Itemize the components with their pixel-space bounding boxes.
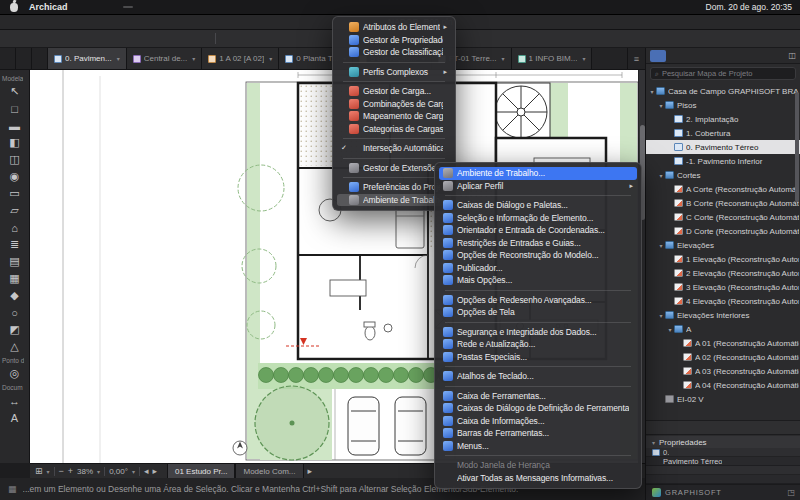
view-tab-central[interactable]: Central de... [127, 48, 203, 69]
submenu-item-opcoes-de-reconstrucao[interactable]: Opções de Reconstrução do Modelo... [439, 249, 637, 262]
submenu-item-caixa-de-ferramentas[interactable]: Caixa de Ferramentas... [439, 390, 637, 403]
panel-left-icon[interactable] [739, 32, 756, 46]
menu-item-perfis-complexos[interactable]: Perfis Complexos ▸ [337, 66, 451, 79]
submenu-item-aplicar-perfil[interactable]: Aplicar Perfil ▸ [439, 180, 637, 193]
tree-item-ei02v[interactable]: EI-02 V [646, 392, 800, 406]
home-tab-icon[interactable] [16, 48, 32, 69]
select-arrow-icon[interactable] [6, 32, 23, 46]
menubar-item-arquivo[interactable] [73, 6, 83, 8]
camera-tool[interactable]: ◎ [4, 365, 26, 382]
expander-icon[interactable]: ▾ [666, 326, 674, 333]
view-map-icon[interactable] [668, 50, 684, 62]
menubar-item-ajuda[interactable] [143, 6, 153, 8]
menubar-item-visualizacao[interactable] [93, 6, 103, 8]
tree-item-grupo-a[interactable]: ▾ A [646, 322, 800, 336]
pages-icon[interactable]: ⊞ [35, 466, 43, 476]
expander-icon[interactable]: ▾ [657, 102, 665, 109]
menu-item-gestor-de-classificacao[interactable]: Gestor de Classificação... [337, 46, 451, 59]
bottom-tab-estudo[interactable]: 01 Estudo Pr... [167, 464, 235, 479]
tree-item-elevacoes[interactable]: ▾ Elevações [646, 238, 800, 252]
properties-header[interactable]: ▾ Propriedades [646, 436, 800, 448]
submenu-item-caixas-de-dialogo-e-paletas[interactable]: Caixas de Diálogo e Paletas... [439, 199, 637, 212]
tree-item-corte-c[interactable]: C Corte (Reconstrução Automática c... [646, 210, 800, 224]
door-tool[interactable]: ◧ [4, 134, 26, 151]
submenu-item-rede-e-atualizacao[interactable]: Rede e Atualização... [439, 338, 637, 351]
tree-scrollbar[interactable] [795, 84, 800, 406]
navigator-search[interactable]: ⌕ [650, 67, 796, 80]
window-icon[interactable] [108, 32, 125, 46]
tree-item-pisos[interactable]: ▾ Pisos [646, 98, 800, 112]
panel-menu-icon[interactable] [777, 32, 794, 46]
tree-item-pavimento-terreo[interactable]: 0. Pavimento Térreo [646, 140, 800, 154]
view-tab-pavimento[interactable]: 0. Pavimen... [48, 48, 127, 69]
toolbox-section-documentacao[interactable]: Docum [0, 384, 23, 391]
tree-item-implantacao[interactable]: 2. Implantação [646, 112, 800, 126]
zone-tool[interactable]: ◩ [4, 321, 26, 338]
menu-item-atributos-do-elemento[interactable]: Atributos do Elemento ▸ [337, 21, 451, 34]
submenu-item-caixa-de-informacoes[interactable]: Caixa de Informações... [439, 415, 637, 428]
submenu-item-pastas-especiais[interactable]: Pastas Especiais... [439, 351, 637, 364]
tree-item-elevacao-3[interactable]: 3 Elevação (Reconstrução Automáti... [646, 280, 800, 294]
tree-item-elevacao-2[interactable]: 2 Elevação (Reconstrução Automáti... [646, 266, 800, 280]
select-tool[interactable]: ↖ [4, 83, 26, 100]
menubar-item-documentacao[interactable] [113, 6, 123, 8]
submenu-item-restricoes-de-entradas[interactable]: Restrições de Entradas e Guias... [439, 237, 637, 250]
submenu-item-modo-janela-de-heranca[interactable]: Modo Janela de Herança [439, 459, 637, 472]
column-tool[interactable]: ◉ [4, 168, 26, 185]
slab-tool[interactable]: ▱ [4, 202, 26, 219]
property-row-vazio-2[interactable] [646, 475, 800, 484]
layout-book-icon[interactable] [686, 50, 702, 62]
submenu-item-atalhos-de-teclado[interactable]: Atalhos de Teclado... [439, 370, 637, 383]
expand-panel-icon[interactable]: ◳ [787, 488, 795, 497]
pages-caret-icon[interactable]: ▾ [47, 468, 50, 475]
menubar-item-edicao[interactable] [83, 6, 93, 8]
mesh-tool[interactable]: ▦ [4, 270, 26, 287]
tree-item-cobertura[interactable]: 1. Cobertura [646, 126, 800, 140]
submenu-item-ativar-todas-as-mensagens[interactable]: Ativar Todas as Mensagens Informativas..… [439, 472, 637, 485]
zoom-out-button[interactable]: − [59, 466, 64, 476]
tree-item-pavimento-inferior[interactable]: -1. Pavimento Inferior [646, 154, 800, 168]
menu-item-combinacoes-de-carga[interactable]: Combinações de Carga... [337, 98, 451, 111]
stair-tool[interactable]: ≣ [4, 236, 26, 253]
roof-tool[interactable]: ⌂ [4, 219, 26, 236]
tree-item-elevacao-1[interactable]: 1 Elevação (Reconstrução Automáti... [646, 252, 800, 266]
navigator-options-icon[interactable]: ◫ [788, 51, 796, 60]
expander-icon[interactable]: ▾ [657, 242, 665, 249]
menu-item-gestor-de-carga[interactable]: Gestor de Carga... [337, 85, 451, 98]
tree-item-corte-a[interactable]: A Corte (Reconstrução Automática c... [646, 182, 800, 196]
layers-icon[interactable] [159, 32, 176, 46]
zoom-caret-icon[interactable]: ▾ [97, 468, 100, 475]
submenu-item-barras-de-ferramentas[interactable]: Barras de Ferramentas... [439, 427, 637, 440]
menubar-app-name[interactable]: Archicad [24, 1, 73, 13]
menu-item-gestor-de-propriedade[interactable]: Gestor de Propriedade... [337, 34, 451, 47]
text-tool[interactable]: A [4, 409, 26, 426]
tree-item-cortes[interactable]: ▾ Cortes [646, 168, 800, 182]
undo-icon[interactable] [40, 32, 57, 46]
fill-icon[interactable] [91, 32, 108, 46]
toolbox-section-ponto-de-vista[interactable]: Ponto d [0, 357, 24, 364]
wall-tool[interactable]: ▬ [4, 117, 26, 134]
menubar-item-janelas[interactable] [133, 6, 143, 8]
tree-item-a02[interactable]: A 02 (Reconstrução Automática d... [646, 350, 800, 364]
submenu-item-orientador-e-entrada[interactable]: Orientador e Entrada de Coordenadas... [439, 224, 637, 237]
bottom-tab-modelo[interactable]: Modelo Com... [235, 464, 303, 479]
submenu-item-menus[interactable]: Menus... [439, 440, 637, 453]
zoom-in-button[interactable]: + [68, 466, 73, 476]
tree-item-projeto[interactable]: ▾ Casa de Campo GRAPHISOFT BRA [646, 84, 800, 98]
morph-tool[interactable]: △ [4, 338, 26, 355]
menubar-clock[interactable]: Dom. 20 de ago. 20:35 [706, 2, 792, 12]
marquee-tool[interactable]: □ [4, 100, 26, 117]
railing-tool[interactable]: ▤ [4, 253, 26, 270]
tree-item-elevacoes-interiores[interactable]: ▾ Elevações Interiores [646, 308, 800, 322]
property-row-vazio-1[interactable] [646, 466, 800, 475]
menubar-item-opcoes[interactable] [123, 6, 133, 8]
dimension-tool[interactable]: ↔ [4, 392, 26, 409]
tree-item-a01[interactable]: A 01 (Reconstrução Automática d... [646, 336, 800, 350]
object-tool[interactable]: ◆ [4, 287, 26, 304]
submenu-item-ambiente-de-trabal ho[interactable]: Ambiente de Trabalho... [439, 167, 637, 180]
home-story-icon[interactable] [142, 32, 159, 46]
menu-item-categorias-de-cargas[interactable]: Categorias de Cargas... [337, 123, 451, 136]
angle-caret-icon[interactable]: ▾ [132, 468, 135, 475]
submenu-item-caixas-de-definicao[interactable]: Caixas de Diálogo de Definição de Ferram… [439, 402, 637, 415]
apple-menu-icon[interactable] [10, 3, 18, 12]
